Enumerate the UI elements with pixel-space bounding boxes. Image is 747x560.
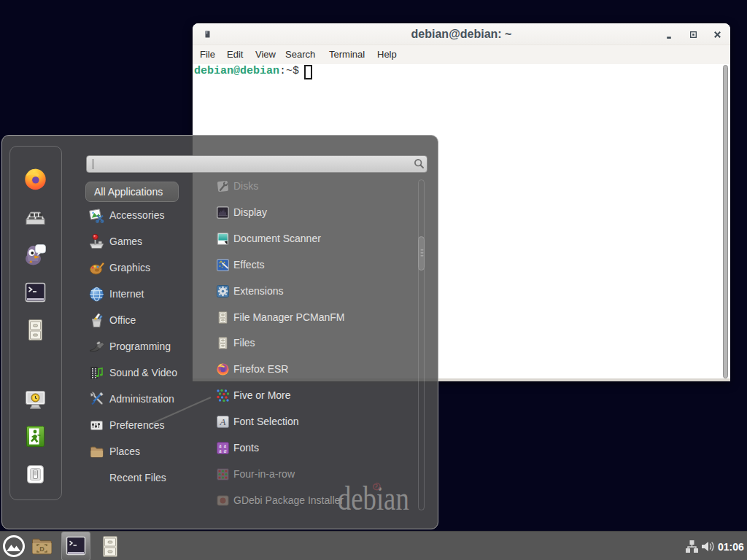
svg-text:a: a xyxy=(224,448,227,454)
svg-text:D: D xyxy=(39,545,44,553)
svg-text:A: A xyxy=(220,416,226,427)
